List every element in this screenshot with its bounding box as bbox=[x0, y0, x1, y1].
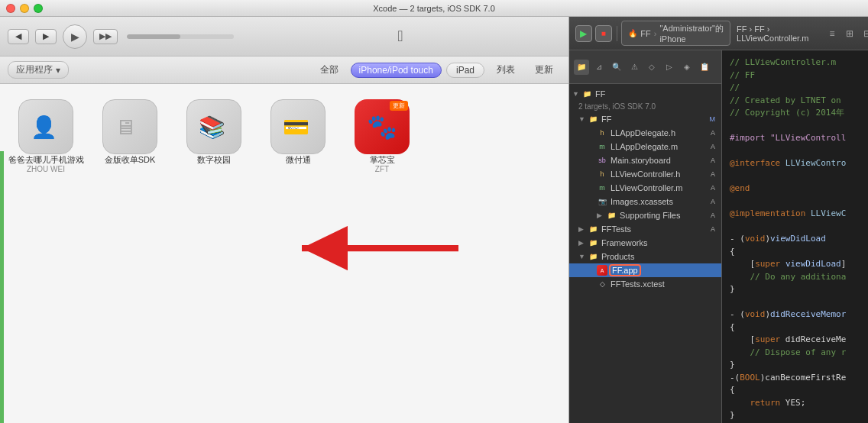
code-line-13: @implementation LLViewC bbox=[722, 208, 868, 221]
xcode-panel: ▶ ■ 🔥 FF › "Administrator"的 iPhone FF › … bbox=[569, 17, 868, 423]
xcode-toolbar-icon-1[interactable]: ≡ bbox=[824, 26, 840, 41]
nav-icon-report[interactable]: 📋 bbox=[697, 60, 712, 75]
tab-ipad[interactable]: iPad bbox=[446, 63, 484, 78]
nav-icon-debug[interactable]: ▷ bbox=[662, 60, 677, 75]
xcode-toolbar-icon-3[interactable]: ⊟ bbox=[860, 26, 868, 41]
supporting-files-label: Supporting Files bbox=[620, 211, 681, 220]
xcode-content: 📁 ⊿ 🔍 ⚠ ◇ ▷ ◈ 📋 ▼ 📁 F bbox=[569, 50, 868, 423]
tree-ff-label: FF bbox=[601, 115, 611, 124]
app-icon-1: 👤 bbox=[18, 99, 73, 154]
nav-icon-search[interactable]: 🔍 bbox=[609, 60, 624, 75]
tree-supporting-files[interactable]: ▶ 📁 Supporting Files A bbox=[569, 208, 721, 222]
skip-button[interactable]: ▶▶ bbox=[93, 29, 118, 44]
minimize-button[interactable] bbox=[20, 4, 29, 13]
xcode-editor[interactable]: // LLViewController.m // FF // // Create… bbox=[722, 50, 868, 423]
tree-ff-folder[interactable]: ▼ 📁 FF M bbox=[569, 112, 721, 126]
app-label-1: 爸爸去哪儿手机游戏 bbox=[8, 154, 84, 165]
xcode-scheme-selector[interactable]: 🔥 FF › "Administrator"的 iPhone bbox=[621, 21, 730, 46]
tree-llappdelegate-m[interactable]: m LLAppDelegate.m A bbox=[569, 140, 721, 153]
svg-text:📚: 📚 bbox=[199, 115, 225, 140]
tree-root-label: FF bbox=[595, 89, 605, 98]
forward-button[interactable]: ▶ bbox=[35, 29, 57, 44]
device-label: "Administrator"的 iPhone bbox=[659, 23, 724, 44]
code-line-26: -(BOOL)canBecomeFirstRe bbox=[722, 372, 868, 385]
tree-root-subtitle: 2 targets, iOS SDK 7.0 bbox=[569, 101, 721, 112]
code-line-17: [super viewDidLoad] bbox=[722, 258, 868, 271]
app-item-zhangxinbao[interactable]: 更新 🐾 掌芯宝 ZFT bbox=[344, 99, 420, 173]
nav-icon-test[interactable]: ◇ bbox=[644, 60, 659, 75]
app-item-babaqunare[interactable]: 👤 爸爸去哪儿手机游戏 ZHOU WEI bbox=[8, 99, 84, 173]
tree-root-ff[interactable]: ▼ 📁 FF bbox=[569, 87, 721, 101]
code-line-27: { bbox=[722, 384, 868, 397]
tree-fftests[interactable]: ▶ 📁 FFTests A bbox=[569, 222, 721, 236]
code-line-22: { bbox=[722, 321, 868, 334]
code-line-1: // LLViewController.m bbox=[722, 57, 868, 69]
close-button[interactable] bbox=[6, 4, 15, 13]
tree-llviewcontroller-h[interactable]: h LLViewController.h A bbox=[569, 167, 721, 181]
tree-llviewcontroller-m[interactable]: m LLViewController.m A bbox=[569, 181, 721, 195]
tree-ff-app[interactable]: A FF.app bbox=[569, 263, 721, 277]
maximize-button[interactable] bbox=[34, 4, 43, 13]
app-icon-5: 更新 🐾 bbox=[355, 99, 410, 154]
code-line-9: @interface LLViewContro bbox=[722, 157, 868, 170]
xcode-run-button[interactable]: ▶ bbox=[575, 25, 592, 42]
code-line-4: // Created by LTNET on bbox=[722, 95, 868, 108]
section-label[interactable]: 应用程序 ▾ bbox=[8, 61, 69, 79]
tab-iphone[interactable]: iPhone/iPod touch bbox=[351, 63, 442, 78]
scheme-label: FF bbox=[640, 29, 650, 38]
nav-icon-issue[interactable]: ⚠ bbox=[627, 60, 642, 75]
code-line-14 bbox=[722, 221, 868, 234]
window-title: Xcode — 2 targets, iOS SDK 7.0 bbox=[373, 4, 495, 13]
xcode-breadcrumb: FF › FF › LLViewController.m bbox=[737, 24, 818, 43]
nav-icon-breakpoint[interactable]: ◈ bbox=[679, 60, 695, 75]
code-line-11: @end bbox=[722, 182, 868, 195]
itunes-content-area: 👤 爸爸去哪儿手机游戏 ZHOU WEI 🖥 金版收单SDK 📚 bbox=[0, 84, 568, 423]
app-item-jingban[interactable]: 🖥 金版收单SDK bbox=[92, 99, 168, 165]
apple-logo-icon:  bbox=[397, 27, 403, 45]
back-button[interactable]: ◀ bbox=[8, 29, 29, 44]
svg-text:🖥: 🖥 bbox=[115, 115, 136, 139]
app-label-2: 金版收单SDK bbox=[105, 154, 156, 165]
tree-llappdelegate-h[interactable]: h LLAppDelegate.h A bbox=[569, 126, 721, 140]
nav-icon-folder[interactable]: 📁 bbox=[574, 60, 589, 75]
app-item-weifutong[interactable]: 💳 微付通 bbox=[260, 99, 336, 165]
paw-icon: 🐾 bbox=[367, 112, 397, 141]
code-line-20 bbox=[722, 296, 868, 309]
nav-icon-symbol[interactable]: ⊿ bbox=[591, 60, 607, 75]
code-line-15: - (void)viewDidLoad bbox=[722, 233, 868, 246]
tree-frameworks[interactable]: ▶ 📁 Frameworks bbox=[569, 236, 721, 250]
progress-fill bbox=[127, 34, 180, 39]
xcode-file-tree: ▼ 📁 FF 2 targets, iOS SDK 7.0 ▼ 📁 FF bbox=[569, 84, 721, 423]
code-line-12 bbox=[722, 195, 868, 208]
tab-all[interactable]: 全部 bbox=[313, 62, 346, 78]
tab-update[interactable]: 更新 bbox=[527, 62, 561, 78]
app-sublabel-5: ZFT bbox=[375, 165, 389, 173]
main-layout: ◀ ▶ ▶ ▶▶  应用程序 ▾ 全部 iPhone/iPod touch i… bbox=[0, 17, 868, 423]
ff-app-label: FF.app bbox=[611, 266, 640, 275]
window-controls bbox=[6, 4, 43, 13]
code-line-18: // Do any additiona bbox=[722, 271, 868, 284]
code-line-19: } bbox=[722, 283, 868, 296]
play-button[interactable]: ▶ bbox=[63, 24, 87, 49]
xcode-nav-toolbar: 📁 ⊿ 🔍 ⚠ ◇ ▷ ◈ 📋 bbox=[569, 50, 721, 84]
tree-images-xcassets[interactable]: 📷 Images.xcassets A bbox=[569, 195, 721, 208]
itunes-panel: ◀ ▶ ▶ ▶▶  应用程序 ▾ 全部 iPhone/iPod touch i… bbox=[0, 17, 569, 423]
xcode-stop-button[interactable]: ■ bbox=[595, 25, 612, 42]
breadcrumb-text: FF › FF › LLViewController.m bbox=[737, 24, 818, 43]
code-line-25: } bbox=[722, 359, 868, 372]
app-label-4: 微付通 bbox=[286, 154, 311, 165]
xcode-toolbar-icon-2[interactable]: ⊞ bbox=[842, 26, 857, 41]
tree-products[interactable]: ▼ 📁 Products bbox=[569, 250, 721, 263]
tree-main-storyboard[interactable]: sb Main.storyboard A bbox=[569, 153, 721, 167]
svg-text:💳: 💳 bbox=[283, 115, 309, 140]
tree-fftests-xctest[interactable]: ◇ FFTests.xctest bbox=[569, 277, 721, 291]
app-label-5: 掌芯宝 bbox=[370, 154, 395, 165]
tab-list[interactable]: 列表 bbox=[489, 62, 523, 78]
app-tree-icon: A bbox=[597, 265, 607, 276]
code-line-6 bbox=[722, 120, 868, 133]
code-line-24: // Dispose of any r bbox=[722, 347, 868, 360]
xcode-panel-wrapper: ▶ ■ 🔥 FF › "Administrator"的 iPhone FF › … bbox=[569, 17, 868, 423]
app-item-shuzi[interactable]: 📚 数字校园 bbox=[176, 99, 252, 165]
progress-bar[interactable] bbox=[127, 34, 234, 39]
section-label-text: 应用程序 bbox=[16, 63, 53, 76]
